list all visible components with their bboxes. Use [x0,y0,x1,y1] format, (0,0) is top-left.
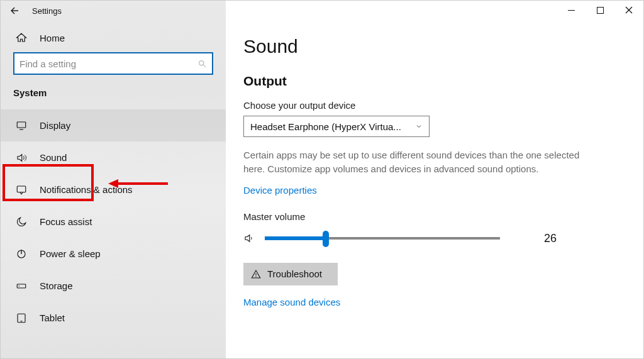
power-icon [16,248,27,260]
window-controls [557,1,643,19]
search-field[interactable] [13,52,213,75]
svg-rect-4 [17,186,26,192]
display-icon [16,120,27,131]
sidebar-top: Settings [1,1,226,21]
chevron-down-icon [415,123,423,130]
sidebar-item-tablet[interactable]: Tablet [1,302,226,334]
volume-row: 26 [243,222,626,245]
minimize-button[interactable] [557,1,586,19]
svg-rect-2 [17,122,26,128]
sidebar-nav: Display Sound Notifications & actions Fo… [1,109,226,334]
choose-output-label: Choose your output device [243,89,626,111]
sidebar-item-display[interactable]: Display [1,109,226,141]
svg-point-0 [199,60,204,65]
search-wrap [1,52,226,85]
svg-point-8 [19,285,20,287]
settings-window: Settings Home System Display [0,0,644,359]
sidebar-item-label: Tablet [40,312,65,323]
master-volume-label: Master volume [243,196,626,222]
output-device-value: Headset Earphone (HyperX Virtua... [250,121,401,132]
volume-value: 26 [544,232,557,245]
troubleshoot-label: Troubleshoot [267,268,322,279]
output-hint: Certain apps may be set up to use differ… [243,137,596,176]
notifications-icon [16,184,27,196]
volume-slider[interactable] [265,237,500,240]
maximize-button[interactable] [586,1,614,19]
speaker-icon[interactable] [243,233,255,244]
troubleshoot-button[interactable]: Troubleshoot [243,263,338,285]
search-icon [197,59,207,69]
sidebar-home[interactable]: Home [1,21,226,52]
sound-icon [16,152,27,163]
focus-assist-icon [16,216,27,228]
sidebar-item-label: Focus assist [40,216,92,227]
sidebar-item-label: Sound [40,152,67,163]
warning-icon [251,269,261,279]
tablet-icon [16,312,27,324]
sidebar-item-label: Display [40,120,70,131]
arrow-left-icon [9,5,20,16]
svg-line-1 [203,65,206,67]
output-heading: Output [243,57,626,89]
svg-rect-14 [597,7,603,13]
device-properties-link[interactable]: Device properties [243,176,317,196]
sidebar: Settings Home System Display [1,1,226,358]
app-title: Settings [32,6,62,16]
sidebar-item-power-sleep[interactable]: Power & sleep [1,238,226,270]
sidebar-item-sound[interactable]: Sound [1,141,226,174]
sidebar-item-label: Power & sleep [40,248,101,259]
sidebar-item-notifications[interactable]: Notifications & actions [1,174,226,206]
sidebar-item-storage[interactable]: Storage [1,270,226,302]
sidebar-item-label: Notifications & actions [40,184,133,195]
storage-icon [16,280,27,292]
main-content: Sound Output Choose your output device H… [226,1,643,358]
svg-point-18 [255,276,256,277]
sidebar-section-title: System [1,85,226,109]
manage-sound-devices-link[interactable]: Manage sound devices [243,285,340,307]
close-button[interactable] [614,1,643,19]
home-label: Home [40,33,65,43]
search-input[interactable] [19,53,197,74]
sidebar-item-label: Storage [40,280,73,291]
output-device-dropdown[interactable]: Headset Earphone (HyperX Virtua... [243,116,430,137]
back-button[interactable] [8,4,21,17]
home-icon [16,32,27,43]
svg-rect-7 [17,284,26,288]
sidebar-item-focus-assist[interactable]: Focus assist [1,206,226,238]
